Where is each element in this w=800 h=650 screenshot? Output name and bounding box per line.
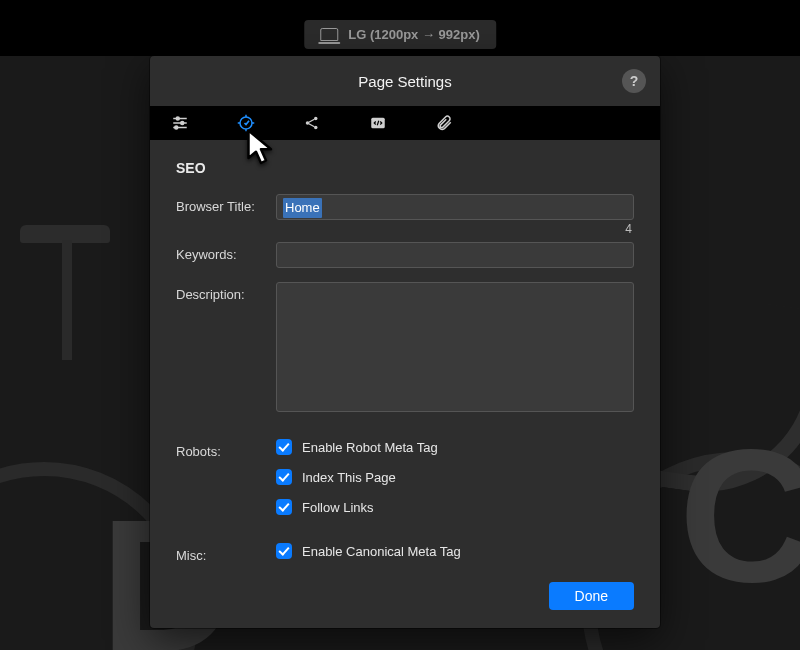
breakpoint-indicator[interactable]: LG (1200px → 992px)	[304, 20, 496, 49]
checkbox-label: Enable Robot Meta Tag	[302, 440, 438, 455]
svg-point-6	[240, 117, 252, 129]
breakpoint-label: LG (1200px → 992px)	[348, 27, 480, 42]
checkbox-canonical-meta[interactable]: Enable Canonical Meta Tag	[276, 543, 634, 559]
sliders-icon	[171, 114, 189, 132]
code-icon	[369, 114, 387, 132]
checkbox-index-page[interactable]: Index This Page	[276, 469, 634, 485]
help-button[interactable]: ?	[622, 69, 646, 93]
row-keywords: Keywords:	[176, 242, 634, 268]
bike-seatpost	[62, 240, 72, 360]
input-description[interactable]	[276, 282, 634, 412]
tab-code[interactable]	[366, 106, 390, 140]
page-settings-modal: Page Settings ?	[150, 56, 660, 628]
tab-attachments[interactable]	[432, 106, 456, 140]
check-icon	[276, 499, 292, 515]
input-browser-title[interactable]: Home	[276, 194, 634, 220]
label-keywords: Keywords:	[176, 242, 276, 262]
bg-letter-c: C	[679, 420, 800, 610]
checkbox-label: Follow Links	[302, 500, 374, 515]
tab-general[interactable]	[168, 106, 192, 140]
checkbox-label: Index This Page	[302, 470, 396, 485]
svg-point-3	[181, 122, 184, 125]
label-description: Description:	[176, 282, 276, 302]
seo-target-icon	[237, 114, 255, 132]
check-icon	[276, 469, 292, 485]
tab-social[interactable]	[300, 106, 324, 140]
check-icon	[276, 439, 292, 455]
done-button[interactable]: Done	[549, 582, 634, 610]
share-icon	[303, 114, 321, 132]
check-icon	[276, 543, 292, 559]
laptop-icon	[320, 28, 338, 41]
svg-point-1	[176, 117, 179, 120]
svg-point-5	[175, 126, 178, 129]
paperclip-icon	[435, 114, 453, 132]
checkbox-follow-links[interactable]: Follow Links	[276, 499, 634, 515]
browser-title-char-count: 4	[625, 222, 632, 236]
help-icon: ?	[630, 73, 639, 89]
seo-section-title: SEO	[176, 160, 634, 176]
browser-title-value: Home	[283, 198, 322, 218]
checkbox-enable-robot-meta[interactable]: Enable Robot Meta Tag	[276, 439, 634, 455]
row-description: Description:	[176, 282, 634, 415]
label-browser-title: Browser Title:	[176, 194, 276, 214]
row-robots: Robots: Enable Robot Meta Tag Index This…	[176, 439, 634, 529]
tab-seo[interactable]	[234, 106, 258, 140]
checkbox-label: Enable Canonical Meta Tag	[302, 544, 461, 559]
seo-panel: SEO Browser Title: Home 4 Keywords: Desc…	[150, 140, 660, 582]
row-browser-title: Browser Title: Home 4	[176, 194, 634, 220]
modal-footer: Done	[150, 582, 660, 628]
modal-header: Page Settings ?	[150, 56, 660, 106]
modal-tabbar	[150, 106, 660, 140]
label-misc: Misc:	[176, 543, 276, 563]
row-misc: Misc: Enable Canonical Meta Tag	[176, 543, 634, 573]
label-robots: Robots:	[176, 439, 276, 459]
modal-title: Page Settings	[358, 73, 451, 90]
input-keywords[interactable]	[276, 242, 634, 268]
